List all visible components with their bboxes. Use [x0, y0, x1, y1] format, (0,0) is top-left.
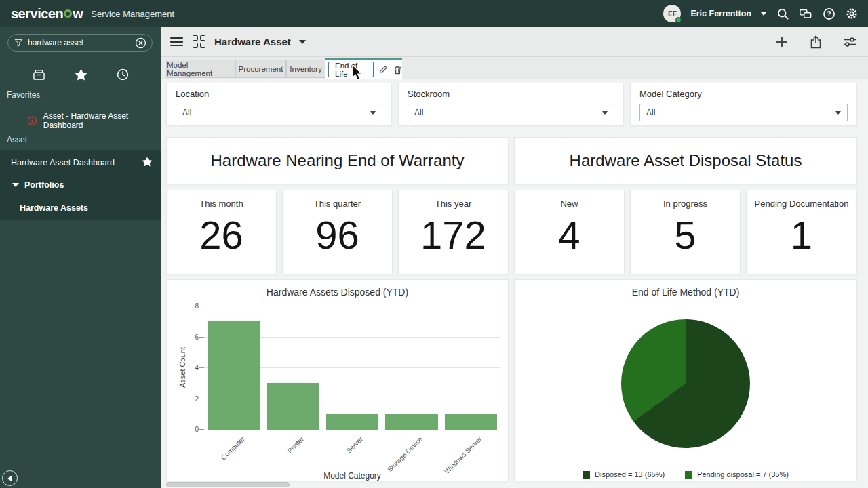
- funnel-icon: [14, 39, 23, 47]
- x-tick-label[interactable]: Storage Device: [386, 435, 424, 473]
- help-icon[interactable]: ?: [822, 7, 835, 20]
- filter-label: Location: [176, 89, 209, 99]
- tab-end-of-life[interactable]: End of Life: [328, 62, 374, 77]
- scorecard-value: 26: [199, 216, 243, 255]
- filter-value: All: [414, 108, 602, 117]
- scorecard-value: 1: [791, 216, 812, 255]
- sidebar-item-hardware-asset-dashboard[interactable]: Hardware Asset Dashboard: [11, 158, 115, 167]
- tab-inventory[interactable]: Inventory: [286, 60, 326, 78]
- presence-dot: [675, 17, 682, 23]
- scorecard-label: Pending Documentation: [755, 199, 849, 209]
- clear-search-icon[interactable]: [135, 37, 146, 49]
- favorites-star-icon[interactable]: [75, 68, 87, 83]
- gridline: [204, 306, 500, 306]
- add-widget-icon[interactable]: [774, 35, 789, 49]
- scorecard-label: New: [560, 199, 578, 209]
- y-tick-label: 2: [185, 395, 199, 403]
- product-name: Service Management: [91, 9, 174, 19]
- dashboard-picker-icon[interactable]: [193, 35, 205, 48]
- bar-windows-server[interactable]: [445, 414, 497, 430]
- dashboard-controls-icon[interactable]: [842, 35, 857, 49]
- filter-card-model-category: Model Category All: [630, 83, 857, 126]
- favorited-star-icon[interactable]: [142, 157, 153, 169]
- left-panel-title-card: Hardware Nearing End of Warranty: [166, 137, 509, 184]
- scorecard-value: 5: [674, 216, 696, 255]
- favorite-item-label: Asset - Hardware Asset Dashboard: [43, 111, 161, 130]
- tab-label: Inventory: [290, 65, 321, 73]
- pie-chart-title: End of Life Method (YTD): [515, 287, 856, 298]
- dashboard-title-caret-icon[interactable]: [299, 40, 306, 44]
- legend-item-pending-disposal[interactable]: Pending disposal = 7 (35%): [685, 470, 789, 479]
- edit-tab-pencil-icon[interactable]: [379, 65, 388, 74]
- sidebar-icon-tabs: [0, 61, 161, 91]
- dashboard-title: Hardware Asset: [214, 36, 291, 47]
- sidebar-item-hardware-assets[interactable]: Hardware Assets: [20, 203, 88, 213]
- tree-expand-caret-icon[interactable]: [12, 183, 19, 187]
- user-name[interactable]: Eric Ferrentton: [690, 9, 751, 18]
- legend-item-disposed[interactable]: Disposed = 13 (65%): [583, 470, 665, 479]
- bar-computer[interactable]: [208, 321, 260, 430]
- scorecard-this-quarter[interactable]: This quarter 96: [282, 190, 393, 274]
- portfolios-label: Portfolios: [24, 180, 64, 190]
- tab-label: End of Life: [335, 62, 367, 78]
- avatar[interactable]: EF: [663, 5, 681, 22]
- gear-icon[interactable]: [845, 7, 859, 20]
- scorecard-value: 172: [420, 216, 486, 255]
- x-tick-label[interactable]: Computer: [220, 435, 246, 462]
- search-icon[interactable]: [776, 7, 789, 20]
- favorites-section-label: Favorites: [7, 90, 40, 100]
- delete-tab-trash-icon[interactable]: [393, 65, 402, 75]
- model-category-filter-select[interactable]: All: [639, 104, 848, 121]
- scorecard-pending-documentation[interactable]: Pending Documentation 1: [746, 190, 857, 274]
- stockroom-filter-select[interactable]: All: [408, 104, 614, 121]
- bar-storage-device[interactable]: [385, 414, 437, 430]
- collapse-left-icon: [7, 476, 12, 481]
- panel-title: Hardware Nearing End of Warranty: [211, 151, 465, 170]
- all-applications-icon[interactable]: [33, 69, 45, 83]
- logo-text-pre: servicen: [11, 6, 63, 22]
- chat-icon[interactable]: [799, 7, 812, 20]
- history-clock-icon[interactable]: [117, 68, 129, 83]
- active-tab-container: End of Life: [325, 58, 402, 79]
- pie-chart[interactable]: [621, 319, 750, 448]
- tab-model-management[interactable]: Model Management: [166, 60, 235, 78]
- filter-label: Model Category: [639, 89, 702, 99]
- share-icon[interactable]: [808, 35, 823, 49]
- logo-text-post: w: [73, 6, 83, 22]
- location-filter-select[interactable]: All: [176, 104, 382, 121]
- scorecard-value: 96: [315, 216, 359, 255]
- horizontal-scrollbar[interactable]: [166, 482, 290, 487]
- pie-chart-card: End of Life Method (YTD) Disposed = 13 (…: [514, 279, 857, 481]
- x-tick-label[interactable]: Windows Server: [443, 435, 483, 475]
- scorecard-in-progress[interactable]: In progress 5: [630, 190, 741, 274]
- sidebar-search[interactable]: [7, 34, 153, 52]
- hardware-assets-label: Hardware Assets: [20, 203, 88, 213]
- asset-section-label: Asset: [7, 135, 27, 144]
- x-tick-label[interactable]: Server: [345, 435, 365, 455]
- scorecard-this-year[interactable]: This year 172: [398, 190, 509, 274]
- right-panel-title-card: Hardware Asset Disposal Status: [514, 137, 857, 184]
- user-menu-caret-icon[interactable]: [761, 12, 766, 16]
- sidebar-collapse-button[interactable]: [2, 470, 18, 486]
- scorecard-new[interactable]: New 4: [514, 190, 625, 274]
- sidebar-item-favorite-dashboard[interactable]: Asset - Hardware Asset Dashboard: [27, 111, 161, 130]
- bar-chart-ylabel: Asset Count: [178, 327, 186, 408]
- bar-server[interactable]: [326, 414, 378, 430]
- tab-label: Procurement: [239, 65, 283, 73]
- search-input[interactable]: [28, 38, 135, 47]
- hamburger-menu-icon[interactable]: [170, 35, 183, 49]
- filter-value: All: [182, 108, 370, 117]
- select-caret-icon: [602, 111, 608, 115]
- filter-card-stockroom: Stockroom All: [398, 83, 624, 126]
- servicenow-logo[interactable]: servicenw: [11, 6, 83, 22]
- bar-printer[interactable]: [267, 383, 319, 430]
- filter-label: Stockroom: [408, 89, 450, 99]
- scorecard-this-month[interactable]: This month 26: [166, 190, 277, 274]
- dashboard-tab-row: Model Management Procurement Inventory E…: [161, 57, 868, 79]
- sidebar-item-portfolios[interactable]: Portfolios: [12, 180, 64, 190]
- tab-procurement[interactable]: Procurement: [235, 60, 286, 78]
- x-tick-label[interactable]: Printer: [285, 435, 305, 455]
- filter-card-location: Location All: [166, 83, 392, 126]
- logo-o-icon: [64, 9, 72, 18]
- header-right-cluster: EF Eric Ferrentton ?: [663, 0, 859, 27]
